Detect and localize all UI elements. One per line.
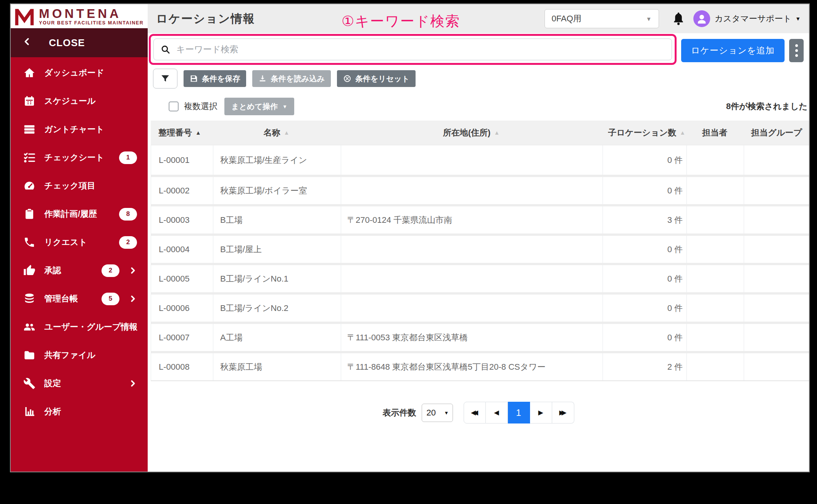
brand-tagline: YOUR BEST FACILITIES MAINTAINER — [39, 20, 143, 26]
cell-name: B工場/ラインNo.2 — [213, 295, 341, 322]
sidebar-item[interactable]: スケジュール — [11, 87, 148, 115]
notifications-bell-icon[interactable] — [672, 11, 685, 26]
count-badge: 2 — [119, 236, 137, 249]
sidebar-item[interactable]: 設定 — [11, 369, 148, 398]
cell-id: L-00005 — [151, 265, 213, 292]
count-badge: 2 — [102, 264, 119, 277]
add-location-button[interactable]: ロケーションを追加 — [681, 39, 785, 62]
cell-address — [341, 145, 603, 175]
last-page-button[interactable]: ▶▶ — [552, 402, 574, 423]
filter-button[interactable] — [153, 69, 177, 89]
page-1-button[interactable]: 1 — [508, 402, 530, 423]
search-input[interactable] — [176, 44, 665, 55]
page-title: ロケーション情報 — [156, 11, 255, 27]
cell-children-count: 0 件 — [603, 324, 686, 351]
cell-manager — [686, 324, 744, 351]
cell-address: 〒270-0124 千葉県流山市南 — [341, 206, 603, 233]
cell-children-count: 3 件 — [603, 206, 686, 233]
prev-page-button[interactable]: ◀ — [486, 402, 508, 423]
keyword-search-field[interactable] — [153, 39, 672, 60]
cell-children-count: 0 件 — [603, 145, 686, 175]
column-header[interactable]: 名称 ▲ — [213, 121, 340, 145]
table-row[interactable]: L-00004 B工場/屋上 0 件 — [151, 233, 809, 263]
table-row[interactable]: L-00001 秋葉原工場/生産ライン 0 件 — [151, 145, 809, 175]
database-icon — [23, 292, 36, 305]
save-conditions-button[interactable]: 条件を保存 — [184, 70, 246, 87]
cell-children-count: 0 件 — [603, 236, 686, 263]
cell-group — [744, 265, 809, 292]
user-menu[interactable]: カスタマーサポート ▼ — [715, 13, 801, 24]
column-header[interactable]: 整理番号 ▲ — [151, 121, 213, 145]
app-window: MONTENA YOUR BEST FACILITIES MAINTAINER … — [10, 3, 810, 472]
workspace-select[interactable]: 0FAQ用 ▼ — [545, 9, 659, 28]
left-arrow-icon: ◀ — [494, 409, 499, 417]
top-header: ロケーション情報 ①キーワード検索 0FAQ用 ▼ カスタマーサポート ▼ — [148, 4, 809, 33]
cell-name: B工場/ラインNo.1 — [213, 265, 341, 292]
table-row[interactable]: L-00006 B工場/ラインNo.2 0 件 — [151, 292, 809, 322]
cell-manager — [686, 145, 744, 175]
cell-children-count: 0 件 — [603, 265, 686, 292]
kebab-menu-button[interactable] — [789, 39, 804, 62]
column-header[interactable]: 所在地(住所) ▲ — [340, 121, 602, 145]
sidebar-item[interactable]: ユーザー・グループ情報 — [11, 313, 148, 341]
cell-children-count: 0 件 — [603, 177, 686, 204]
chevron-left-icon — [23, 37, 31, 49]
clipboard-icon — [23, 208, 36, 221]
first-page-button[interactable]: ◀◀ — [464, 402, 486, 423]
sidebar-item[interactable]: ダッシュボード — [11, 59, 148, 87]
cell-address — [341, 295, 603, 322]
double-left-arrow-icon: ◀◀ — [471, 409, 478, 417]
result-count: 8件が検索されました — [726, 101, 807, 112]
cell-address — [341, 236, 603, 263]
cell-id: L-00002 — [151, 177, 213, 204]
cell-id: L-00006 — [151, 295, 213, 322]
montena-logo-icon — [14, 6, 35, 26]
sidebar-item[interactable]: 承認 2 — [11, 256, 148, 285]
column-header[interactable]: 担当者 — [686, 121, 743, 145]
table-row[interactable]: L-00003 B工場 〒270-0124 千葉県流山市南 3 件 — [151, 204, 809, 233]
reset-conditions-button[interactable]: 条件をリセット — [337, 70, 416, 87]
content-area: ロケーションを追加 条件を保存 条件を読み込み — [148, 33, 809, 472]
sidebar: MONTENA YOUR BEST FACILITIES MAINTAINER … — [11, 4, 148, 472]
table-row[interactable]: L-00007 A工場 〒111-0053 東京都台東区浅草橋 0 件 — [151, 322, 809, 351]
keyword-search-annotation: ①キーワード検索 — [342, 12, 460, 31]
close-label: CLOSE — [49, 37, 85, 49]
cell-id: L-00004 — [151, 236, 213, 263]
gantt-icon — [23, 123, 36, 136]
bulk-action-button[interactable]: まとめて操作 ▼ — [224, 98, 294, 115]
gauge-icon — [23, 179, 36, 192]
table-row[interactable]: L-00002 秋葉原工場/ボイラー室 0 件 — [151, 175, 809, 204]
cell-address — [341, 177, 603, 204]
chevron-right-icon — [129, 295, 137, 303]
chart-icon — [23, 405, 36, 418]
pagination: 表示件数 20 ▾ ◀◀ ◀ 1 ▶ ▶▶ — [148, 402, 809, 423]
next-page-button[interactable]: ▶ — [530, 402, 552, 423]
workspace-select-value: 0FAQ用 — [552, 13, 582, 24]
column-header[interactable]: 担当グループ — [743, 121, 809, 145]
sidebar-item[interactable]: ガントチャート — [11, 115, 148, 143]
sidebar-item[interactable]: 共有ファイル — [11, 341, 148, 369]
page-size-select[interactable]: 20 ▾ — [422, 404, 453, 422]
table-row[interactable]: L-00008 秋葉原工場 〒111-8648 東京都台東区浅草橋5丁目20-8… — [151, 351, 809, 380]
calendar-icon — [23, 95, 36, 108]
cell-manager — [686, 353, 744, 380]
sidebar-close-button[interactable]: CLOSE — [11, 28, 148, 57]
sidebar-item[interactable]: チェック項目 — [11, 172, 148, 200]
cell-group — [744, 145, 809, 175]
user-avatar[interactable] — [693, 10, 710, 27]
kebab-dots-icon — [795, 44, 798, 47]
sidebar-item[interactable]: 管理台帳 5 — [11, 285, 148, 313]
circle-x-icon — [343, 74, 351, 83]
multi-select-checkbox[interactable] — [169, 101, 179, 111]
sidebar-item[interactable]: 分析 — [11, 398, 148, 426]
sort-arrow-icon: ▲ — [680, 129, 685, 136]
sort-arrow-icon: ▲ — [494, 129, 500, 136]
sidebar-item[interactable]: チェックシート 1 — [11, 143, 148, 172]
caret-down-icon: ▼ — [795, 16, 801, 22]
sidebar-item[interactable]: リクエスト 2 — [11, 228, 148, 256]
load-conditions-button[interactable]: 条件を読み込み — [252, 70, 330, 87]
cell-id: L-00003 — [151, 206, 213, 233]
table-row[interactable]: L-00005 B工場/ラインNo.1 0 件 — [151, 263, 809, 292]
column-header[interactable]: 子ロケーション数 ▲ — [602, 121, 686, 145]
sidebar-item[interactable]: 作業計画/履歴 8 — [11, 200, 148, 228]
